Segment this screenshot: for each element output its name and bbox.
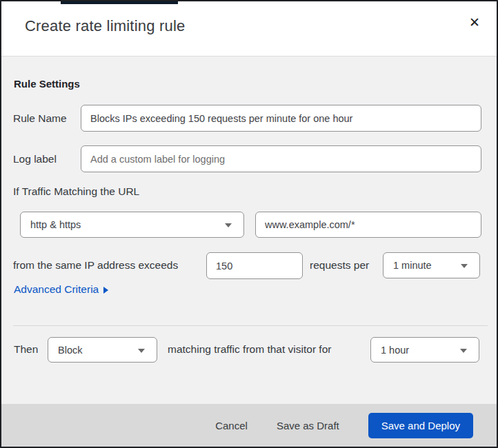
section-divider — [13, 325, 488, 326]
chevron-down-icon — [138, 349, 145, 353]
save-as-draft-button[interactable]: Save as Draft — [277, 420, 339, 431]
scheme-select-value: http & https — [30, 219, 81, 230]
duration-select-value: 1 hour — [381, 345, 409, 356]
dialog-title: Create rate limiting rule — [25, 17, 185, 35]
threshold-suffix-text: requests per — [310, 259, 369, 272]
action-middle-text: matching traffic from that visitor for — [168, 343, 331, 356]
duration-select[interactable]: 1 hour — [370, 337, 479, 363]
action-select-value: Block — [58, 345, 82, 356]
save-and-deploy-button[interactable]: Save and Deploy — [368, 413, 473, 438]
advanced-criteria-link[interactable]: Advanced Criteria — [14, 283, 108, 296]
rule-name-input[interactable] — [81, 105, 481, 132]
action-select[interactable]: Block — [48, 337, 157, 363]
period-select[interactable]: 1 minute — [383, 252, 480, 278]
close-button[interactable]: ✕ — [464, 11, 486, 33]
threshold-prefix-text: from the same IP address exceeds — [13, 259, 178, 272]
close-icon: ✕ — [469, 16, 480, 29]
url-pattern-input[interactable] — [255, 212, 481, 238]
chevron-down-icon — [225, 223, 232, 227]
arrow-right-icon — [103, 287, 108, 294]
cancel-button[interactable]: Cancel — [215, 420, 248, 431]
rule-settings-heading: Rule Settings — [14, 78, 80, 90]
then-label: Then — [14, 343, 38, 356]
scheme-select[interactable]: http & https — [20, 212, 244, 238]
advanced-criteria-label: Advanced Criteria — [14, 283, 99, 296]
log-label-label: Log label — [13, 153, 57, 165]
dialog-header: Create rate limiting rule ✕ — [1, 1, 497, 57]
period-select-value: 1 minute — [393, 260, 432, 271]
log-label-input[interactable] — [81, 145, 481, 172]
dialog-footer: Cancel Save as Draft Save and Deploy — [1, 404, 497, 447]
chevron-down-icon — [460, 349, 467, 353]
background-page-sliver — [61, 1, 178, 4]
rule-name-label: Rule Name — [13, 112, 67, 125]
chevron-down-icon — [461, 264, 468, 268]
match-heading: If Traffic Matching the URL — [13, 185, 139, 198]
threshold-input[interactable] — [206, 252, 303, 279]
create-rate-limiting-rule-dialog: Create rate limiting rule ✕ Rule Setting… — [0, 0, 498, 448]
